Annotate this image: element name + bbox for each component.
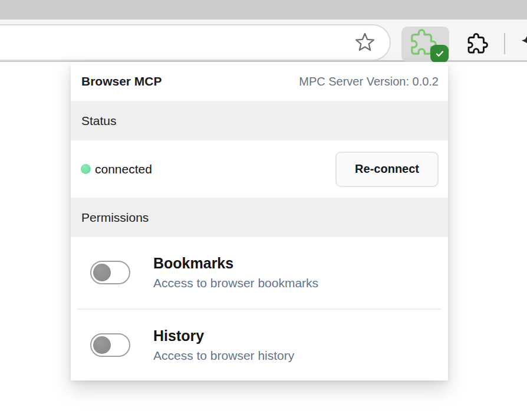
popup-header: Browser MCP MPC Server Version: 0.0.2 <box>71 62 448 101</box>
status-row: connected Re-connect <box>71 140 448 198</box>
toggle-knob <box>93 264 111 281</box>
browser-toolbar <box>0 19 527 62</box>
browser-mcp-popup: Browser MCP MPC Server Version: 0.0.2 St… <box>71 62 448 380</box>
permission-description: Access to browser bookmarks <box>153 276 318 290</box>
history-toggle[interactable] <box>90 333 130 357</box>
status-section-header: Status <box>71 101 448 140</box>
permissions-list: Bookmarks Access to browser bookmarks Hi… <box>71 237 448 380</box>
permission-title: Bookmarks <box>153 255 318 272</box>
connection-status-dot <box>81 164 91 174</box>
reconnect-button[interactable]: Re-connect <box>335 152 439 187</box>
clipped-toolbar-icon <box>521 35 527 45</box>
browser-mcp-extension-button[interactable] <box>401 27 449 62</box>
toggle-knob <box>93 336 111 354</box>
permission-row-bookmarks: Bookmarks Access to browser bookmarks <box>71 237 448 309</box>
permission-description: Access to browser history <box>153 349 294 363</box>
permission-title: History <box>153 327 294 344</box>
permissions-section-header: Permissions <box>71 198 448 237</box>
connection-status: connected <box>81 162 152 176</box>
permission-text: History Access to browser history <box>153 327 294 363</box>
server-version-label: MPC Server Version: 0.0.2 <box>299 75 439 88</box>
puzzle-piece-icon <box>467 33 488 54</box>
permissions-section-label: Permissions <box>81 211 149 225</box>
permission-row-history: History Access to browser history <box>71 310 448 381</box>
checkmark-icon <box>434 48 446 60</box>
permission-text: Bookmarks Access to browser bookmarks <box>153 255 318 290</box>
popup-title: Browser MCP <box>81 74 162 88</box>
star-icon <box>353 31 377 54</box>
browser-window: Browser MCP MPC Server Version: 0.0.2 St… <box>0 0 527 420</box>
extensions-menu-button[interactable] <box>466 32 489 55</box>
status-section-label: Status <box>81 114 117 128</box>
toolbar-separator <box>504 33 505 54</box>
bookmarks-toggle[interactable] <box>90 261 130 284</box>
extension-connected-badge <box>430 45 449 63</box>
window-titlebar <box>0 0 527 19</box>
address-bar[interactable] <box>0 24 391 61</box>
connection-status-label: connected <box>95 162 152 176</box>
bookmark-star-button[interactable] <box>353 31 377 54</box>
